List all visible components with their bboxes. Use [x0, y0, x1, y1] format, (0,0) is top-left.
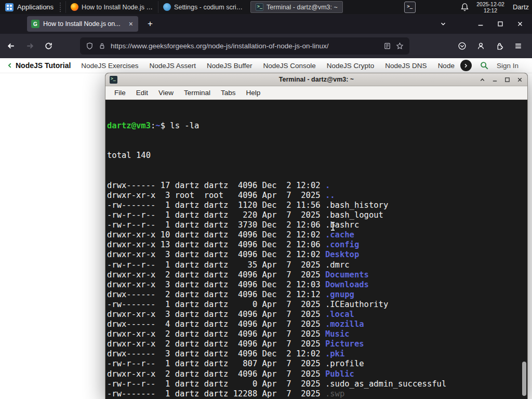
search-icon[interactable] — [480, 61, 489, 70]
forward-icon[interactable] — [22, 38, 37, 54]
applications-label: Applications — [17, 3, 54, 11]
tray-terminal-icon[interactable] — [404, 2, 416, 13]
terminal-titlebar[interactable]: Terminal - dartz@vm3: ~ — [105, 73, 527, 86]
nav-scroll-right-button[interactable] — [460, 60, 472, 71]
lock-icon[interactable] — [98, 42, 106, 50]
minimize-icon[interactable] — [477, 20, 484, 28]
menu-tabs[interactable]: Tabs — [216, 87, 241, 98]
terminal-scrollbar-thumb[interactable] — [522, 362, 526, 396]
nav-scroll-left-icon[interactable] — [6, 62, 14, 69]
url-text[interactable]: https://www.geeksforgeeks.org/node-js/in… — [111, 42, 379, 50]
reader-mode-icon[interactable] — [383, 42, 391, 50]
menu-help[interactable]: Help — [241, 87, 266, 98]
terminal-window: Terminal - dartz@vm3: ~ File Edit View — [105, 73, 528, 399]
panel-user-label[interactable]: Dartz — [513, 3, 529, 11]
terminal-line: drwxr-xr-x 3 dartz dartz 4096 Apr 7 2025… — [107, 310, 527, 320]
pocket-icon[interactable] — [458, 42, 467, 50]
menu-file[interactable]: File — [109, 87, 131, 98]
terminal-line: -rw-r--r-- 1 dartz dartz 0 Apr 7 2025 .s… — [107, 379, 527, 389]
bookmark-star-icon[interactable] — [396, 42, 404, 50]
site-nav-right: Sign In — [460, 60, 532, 71]
taskbar-window-button-codium[interactable]: Settings - codium script... — [158, 1, 250, 13]
site-nav-link[interactable]: NodeJS Exercises — [81, 62, 138, 70]
terminal-icon — [256, 3, 263, 11]
terminal-ls-listing: drwx------ 17 dartz dartz 4096 Dec 2 12:… — [107, 181, 527, 399]
terminal-output[interactable]: dartz@vm3:~$ ls -la total 140 drwx------… — [105, 100, 527, 399]
site-nav-link[interactable]: Node — [438, 62, 455, 70]
close-icon[interactable] — [516, 20, 524, 28]
list-all-tabs-icon[interactable] — [440, 20, 447, 28]
reload-icon[interactable] — [41, 38, 56, 54]
terminal-line: drwxr-xr-x 2 dartz dartz 4096 Apr 7 2025… — [107, 339, 527, 349]
gfg-favicon: G — [31, 20, 39, 28]
terminal-menubar: File Edit View Terminal Tabs Help — [105, 86, 527, 100]
taskbar-window-title: Terminal - dartz@vm3: ~ — [267, 4, 338, 11]
terminal-line: drwxr-xr-x 2 dartz dartz 4096 Apr 7 2025… — [107, 329, 527, 339]
applications-icon — [5, 3, 14, 11]
terminal-prompt-line: dartz@vm3:~$ ls -la — [107, 121, 527, 131]
top-panel: Applications How to Install Node.js o...… — [0, 0, 532, 14]
taskbar-window-list: How to Install Node.js o... Settings - c… — [65, 0, 343, 14]
site-nav: NodeJS Tutorial NodeJS Exercises NodeJS … — [0, 58, 532, 73]
site-nav-link[interactable]: NodeJS Assert — [150, 62, 196, 70]
terminal-line: drwxr-xr-x 2 dartz dartz 4096 Apr 7 2025… — [107, 369, 527, 379]
terminal-total-line: total 140 — [107, 151, 527, 161]
taskbar-window-title: Settings - codium script... — [174, 4, 246, 11]
browser-toolbar: https://www.geeksforgeeks.org/node-js/in… — [0, 34, 532, 58]
browser-tab-title: How to Install Node.js on... — [43, 20, 124, 28]
terminal-line: drwxr-xr-x 3 dartz dartz 4096 Dec 2 12:0… — [107, 250, 527, 260]
site-nav-primary[interactable]: NodeJS Tutorial — [16, 61, 71, 70]
terminal-line: -rw-r--r-- 1 dartz dartz 3730 Dec 2 12:0… — [107, 220, 527, 230]
terminal-line: drwx------ 4 dartz dartz 4096 Apr 7 2025… — [107, 320, 527, 329]
site-nav-link[interactable]: NodeJS Crypto — [327, 62, 375, 70]
screen: Applications How to Install Node.js o...… — [0, 0, 532, 399]
terminal-line: drwxr-xr-x 3 root root 4096 Apr 7 2025 .… — [107, 191, 527, 201]
system-tray: 2025-12-02 12:12 Dartz — [404, 1, 532, 14]
extensions-icon[interactable] — [495, 42, 504, 50]
terminal-line: drwxr-xr-x 2 dartz dartz 4096 Apr 7 2025… — [107, 270, 527, 280]
codium-icon — [163, 3, 171, 11]
terminal-line: -rw-r--r-- 1 dartz dartz 35 Apr 7 2025 .… — [107, 260, 527, 270]
maximize-icon[interactable] — [497, 20, 504, 28]
terminal-line: -rw------- 1 dartz dartz 1120 Dec 2 11:5… — [107, 201, 527, 210]
terminal-line: drwx------ 3 dartz dartz 4096 Dec 2 12:0… — [107, 349, 527, 359]
tab-close-icon[interactable]: × — [128, 20, 134, 28]
site-nav-link[interactable]: NodeJS Buffer — [207, 62, 252, 70]
notification-bell-icon[interactable] — [460, 3, 469, 11]
menu-view[interactable]: View — [153, 87, 179, 98]
sign-in-button[interactable]: Sign In — [497, 62, 518, 70]
menu-edit[interactable]: Edit — [131, 87, 153, 98]
prompt-user-host: dartz@vm3 — [107, 121, 151, 130]
prompt-command: ls -la — [170, 121, 199, 130]
taskbar-window-button-firefox[interactable]: How to Install Node.js o... — [65, 1, 158, 13]
back-icon[interactable] — [3, 38, 19, 54]
browser-tab[interactable]: G How to Install Node.js on... × — [27, 16, 138, 32]
minimize-icon[interactable] — [491, 76, 498, 83]
toolbar-right-icons — [458, 42, 532, 50]
site-nav-link[interactable]: NodeJS DNS — [385, 62, 427, 70]
menu-hamburger-icon[interactable] — [514, 42, 523, 50]
shade-icon[interactable] — [479, 76, 486, 83]
terminal-icon — [110, 76, 117, 84]
shield-icon[interactable] — [86, 42, 94, 50]
new-tab-button[interactable]: + — [144, 18, 156, 30]
taskbar-window-title: How to Install Node.js o... — [82, 4, 153, 11]
maximize-icon[interactable] — [504, 76, 511, 83]
close-icon[interactable] — [516, 76, 523, 83]
clock-date: 2025-12-02 — [476, 1, 504, 7]
url-bar[interactable]: https://www.geeksforgeeks.org/node-js/in… — [80, 37, 409, 55]
firefox-icon — [71, 3, 78, 11]
panel-clock[interactable]: 2025-12-02 12:12 — [476, 1, 504, 14]
account-icon[interactable] — [476, 42, 485, 50]
terminal-line: -rw------- 1 dartz dartz 0 Apr 7 2025 .I… — [107, 300, 527, 310]
terminal-line: drwxr-xr-x 13 dartz dartz 4096 Dec 2 12:… — [107, 240, 527, 250]
menu-terminal[interactable]: Terminal — [179, 87, 216, 98]
panel-handle — [60, 3, 63, 12]
terminal-line: -rw-r--r-- 1 dartz dartz 807 Apr 7 2025 … — [107, 359, 527, 369]
terminal-line: -rw-r--r-- 1 dartz dartz 220 Apr 7 2025 … — [107, 210, 527, 220]
taskbar-window-button-terminal[interactable]: Terminal - dartz@vm3: ~ — [250, 1, 343, 13]
applications-menu-button[interactable]: Applications — [0, 0, 59, 14]
site-nav-link[interactable]: NodeJS Console — [263, 62, 315, 70]
terminal-window-controls — [479, 76, 523, 83]
prompt-path: ~ — [155, 121, 160, 130]
